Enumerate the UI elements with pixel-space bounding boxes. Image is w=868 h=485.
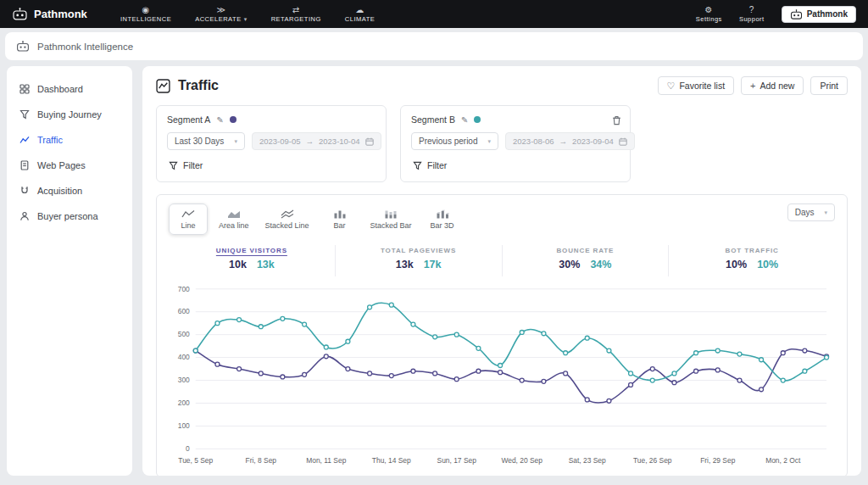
document-icon <box>19 160 30 170</box>
segment-b-color-dot <box>474 116 481 123</box>
chevron-down-icon: ▾ <box>244 16 248 23</box>
nav-climate[interactable]: ☁ CLIMATE <box>345 5 375 23</box>
climate-icon: ☁ <box>355 5 364 14</box>
tab-stacked-bar[interactable]: Stacked Bar <box>365 203 417 235</box>
metric-bounce-rate[interactable]: BOUNCE RATE 30% 34% <box>502 245 669 276</box>
favorite-list-button[interactable]: ♡ Favorite list <box>658 76 735 95</box>
edit-icon[interactable]: ✎ <box>216 115 223 125</box>
segments-row: Segment A ✎ Last 30 Days ▾ 2023-09-05 → … <box>156 105 848 182</box>
tab-area-line[interactable]: Area line <box>214 203 254 235</box>
svg-text:200: 200 <box>178 399 190 407</box>
sidebar-item-buying-journey[interactable]: Buying Journey <box>7 102 132 127</box>
print-button[interactable]: Print <box>810 76 848 95</box>
tab-bar-3d[interactable]: Bar 3D <box>423 203 462 235</box>
sidebar-item-acquisition[interactable]: Acquisition <box>7 178 132 203</box>
metric-label: UNIQUE VISITORS <box>169 247 335 254</box>
nav-intelligence[interactable]: ◉ INTELLIGENCE <box>120 5 171 23</box>
metrics-row: UNIQUE VISITORS 10k 13k TOTAL PAGEVIEWS … <box>169 245 835 276</box>
question-icon: ? <box>749 5 754 14</box>
favorite-list-label: Favorite list <box>679 81 725 91</box>
metric-segment-b-value: 34% <box>590 259 611 270</box>
svg-text:Thu, 14 Sep: Thu, 14 Sep <box>372 456 411 465</box>
segment-b-filter-button[interactable]: Filter <box>411 159 448 172</box>
add-new-button[interactable]: + Add new <box>741 76 804 95</box>
svg-text:400: 400 <box>178 353 190 361</box>
tab-label: Bar <box>334 221 346 230</box>
svg-text:Sun, 17 Sep: Sun, 17 Sep <box>437 456 477 465</box>
settings-button[interactable]: ⚙ Settings <box>696 5 722 23</box>
sidebar-item-traffic[interactable]: Traffic <box>7 127 132 153</box>
svg-text:100: 100 <box>178 421 190 430</box>
nav-retargeting-label: RETARGETING <box>271 15 321 23</box>
sidebar-item-label: Web Pages <box>37 160 86 170</box>
main-panel: Traffic ♡ Favorite list + Add new Print <box>142 66 861 476</box>
granularity-select[interactable]: Days ▾ <box>787 203 835 221</box>
metric-label: BOT TRAFFIC <box>669 247 835 254</box>
filter-icon <box>169 161 178 170</box>
svg-text:600: 600 <box>178 307 190 315</box>
chart-type-tabs: Line Area line Stacked Line <box>169 203 835 235</box>
tab-stacked-line[interactable]: Stacked Line <box>260 203 314 235</box>
pathmonk-robot-icon <box>790 9 803 20</box>
tab-line[interactable]: Line <box>169 203 208 235</box>
segment-a-daterange[interactable]: 2023-09-05 → 2023-10-04 <box>252 132 381 150</box>
segment-b-header: Segment B ✎ <box>411 114 620 125</box>
segment-b-name: Segment B <box>411 114 455 125</box>
page-title: Traffic <box>156 78 219 93</box>
metric-segment-a-value: 10% <box>726 259 747 270</box>
edit-icon[interactable]: ✎ <box>461 115 468 125</box>
trash-icon <box>612 115 621 125</box>
metric-unique-visitors[interactable]: UNIQUE VISITORS 10k 13k <box>169 245 335 276</box>
content-area: Dashboard Buying Journey Traffic Web Pag… <box>0 64 868 482</box>
tab-label: Line <box>181 221 195 230</box>
segment-b-range-select[interactable]: Previous period ▾ <box>411 132 498 150</box>
segment-a-filter-button[interactable]: Filter <box>167 159 204 172</box>
stacked-line-chart-icon <box>281 209 294 219</box>
dashboard-icon <box>19 84 30 94</box>
metric-total-pageviews[interactable]: TOTAL PAGEVIEWS 13k 17k <box>335 245 502 276</box>
account-chip[interactable]: Pathmonk <box>782 6 856 23</box>
segment-b-end-date: 2023-09-04 <box>572 137 614 146</box>
segment-b-start-date: 2023-08-06 <box>513 137 554 146</box>
segment-a-color-dot <box>230 116 236 123</box>
svg-text:Fri, 8 Sep: Fri, 8 Sep <box>246 456 277 465</box>
filter-label: Filter <box>183 160 203 170</box>
segment-b-daterange[interactable]: 2023-08-06 → 2023-09-04 <box>505 132 635 150</box>
chart-panel: Line Area line Stacked Line <box>156 194 848 476</box>
support-button[interactable]: ? Support <box>739 5 765 23</box>
sidebar-item-dashboard[interactable]: Dashboard <box>7 76 132 102</box>
nav-retargeting[interactable]: ⇄ RETARGETING <box>271 5 321 23</box>
line-chart-icon <box>19 135 30 145</box>
retargeting-icon: ⇄ <box>292 5 300 14</box>
nav-intelligence-label: INTELLIGENCE <box>120 15 171 23</box>
metric-bot-traffic[interactable]: BOT TRAFFIC 10% 10% <box>668 245 835 276</box>
accelerate-icon: ≫ <box>216 5 225 14</box>
traffic-page-icon <box>156 79 170 93</box>
sidebar-item-buyer-persona[interactable]: Buyer persona <box>7 203 132 229</box>
intelligence-icon: ◉ <box>142 5 149 14</box>
page-actions: ♡ Favorite list + Add new Print <box>658 76 848 95</box>
tab-bar[interactable]: Bar <box>320 203 359 235</box>
support-label: Support <box>739 15 765 23</box>
brand-logo[interactable]: Pathmonk <box>12 8 120 20</box>
segment-b-card: Segment B ✎ Previous period ▾ 2023-08-0 <box>400 105 631 182</box>
account-label: Pathmonk <box>807 9 848 19</box>
bar-chart-icon <box>333 209 347 219</box>
metric-segment-a-value: 10k <box>229 259 247 270</box>
tab-label: Bar 3D <box>431 221 454 230</box>
nav-climate-label: CLIMATE <box>345 15 375 23</box>
segment-a-range-select[interactable]: Last 30 Days ▾ <box>167 132 245 150</box>
heart-icon: ♡ <box>667 81 676 90</box>
top-navbar: Pathmonk ◉ INTELLIGENCE ≫ ACCELERATE ▾ ⇄… <box>0 0 868 28</box>
topbar-right: ⚙ Settings ? Support Pathmonk <box>696 5 856 23</box>
pathmonk-robot-icon <box>16 41 30 52</box>
chevron-down-icon: ▾ <box>824 209 827 216</box>
nav-accelerate[interactable]: ≫ ACCELERATE ▾ <box>195 5 247 23</box>
line-chart-icon <box>181 209 195 219</box>
person-icon <box>19 211 30 221</box>
delete-segment-button[interactable] <box>612 114 621 129</box>
metric-segment-a-value: 30% <box>559 259 580 270</box>
stacked-bar-chart-icon <box>384 209 398 219</box>
sidebar-item-web-pages[interactable]: Web Pages <box>7 153 132 178</box>
sidebar: Dashboard Buying Journey Traffic Web Pag… <box>7 66 132 476</box>
